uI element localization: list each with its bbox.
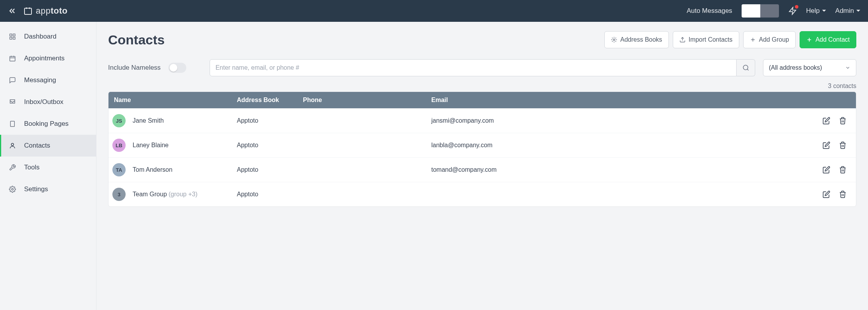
sidebar-item-tools[interactable]: Tools xyxy=(0,157,96,178)
svg-point-9 xyxy=(613,39,615,41)
address-book-filter[interactable]: (All address books) xyxy=(763,59,856,76)
contact-name: Team Group (group +3) xyxy=(133,191,198,198)
topbar-left: apptoto xyxy=(8,6,68,16)
delete-button[interactable] xyxy=(839,190,847,198)
auto-messages-label: Auto Messages xyxy=(687,7,732,15)
svg-rect-3 xyxy=(10,37,12,39)
sidebar-item-label: Settings xyxy=(24,185,48,193)
add-group-button[interactable]: Add Group xyxy=(743,31,796,48)
col-actions xyxy=(813,97,856,104)
sidebar-item-label: Messaging xyxy=(24,76,56,84)
svg-rect-6 xyxy=(10,121,15,127)
contact-email: tomand@company.com xyxy=(431,166,813,173)
admin-menu[interactable]: Admin xyxy=(835,7,860,15)
col-address-book[interactable]: Address Book xyxy=(237,97,303,104)
contact-name: Jane Smith xyxy=(133,117,164,124)
search-wrap xyxy=(210,59,755,76)
page-header: Contacts Address Books Import Contacts A… xyxy=(108,31,856,48)
edit-button[interactable] xyxy=(822,190,830,198)
sidebar-item-label: Appointments xyxy=(24,55,65,62)
contact-name: Laney Blaine xyxy=(133,142,169,149)
sidebar-item-messaging[interactable]: Messaging xyxy=(0,69,96,91)
chevron-down-icon xyxy=(845,65,850,70)
table-header: Name Address Book Phone Email xyxy=(108,92,856,108)
topbar: apptoto Auto Messages OFF Help Admin xyxy=(0,0,868,22)
help-menu[interactable]: Help xyxy=(806,7,826,15)
col-name[interactable]: Name xyxy=(108,97,237,104)
delete-button[interactable] xyxy=(839,141,847,149)
search-icon xyxy=(742,64,749,71)
plus-icon xyxy=(750,37,756,43)
import-contacts-button[interactable]: Import Contacts xyxy=(673,31,739,48)
notification-dot xyxy=(795,5,798,9)
mail-icon xyxy=(9,98,16,106)
header-actions: Address Books Import Contacts Add Group … xyxy=(604,31,856,48)
contact-book: Apptoto xyxy=(237,166,303,173)
gear-icon xyxy=(611,37,617,43)
contact-book: Apptoto xyxy=(237,191,303,198)
delete-button[interactable] xyxy=(839,117,847,125)
svg-rect-4 xyxy=(13,37,15,39)
table-row[interactable]: LB Laney Blaine Apptoto lanbla@company.c… xyxy=(108,133,856,157)
sidebar-item-settings[interactable]: Settings xyxy=(0,178,96,200)
contact-name: Tom Anderson xyxy=(133,166,172,173)
svg-point-8 xyxy=(12,188,14,190)
avatar: 3 xyxy=(112,188,126,201)
auto-messages-status-icon-button[interactable] xyxy=(788,7,797,15)
person-icon xyxy=(9,142,16,150)
contact-book: Apptoto xyxy=(237,142,303,149)
svg-rect-2 xyxy=(13,34,15,36)
sidebar-item-label: Contacts xyxy=(24,142,50,150)
avatar: LB xyxy=(112,139,126,152)
contact-email: lanbla@company.com xyxy=(431,142,813,149)
svg-rect-5 xyxy=(10,56,15,61)
plus-icon xyxy=(806,37,812,43)
search-input[interactable] xyxy=(210,59,737,76)
calendar-icon xyxy=(9,55,16,62)
filter-row: Include Nameless (All address books) xyxy=(108,59,856,76)
chat-icon xyxy=(9,76,16,84)
table-row[interactable]: JS Jane Smith Apptoto jansmi@company.com xyxy=(108,108,856,133)
sidebar: Dashboard Appointments Messaging Inbox/O… xyxy=(0,22,96,310)
table-row[interactable]: TA Tom Anderson Apptoto tomand@company.c… xyxy=(108,157,856,182)
collapse-sidebar-button[interactable] xyxy=(8,7,16,15)
svg-rect-0 xyxy=(24,8,32,14)
avatar: JS xyxy=(112,114,126,127)
add-contact-button[interactable]: Add Contact xyxy=(800,31,856,48)
contact-book: Apptoto xyxy=(237,117,303,124)
sidebar-item-appointments[interactable]: Appointments xyxy=(0,48,96,69)
col-phone[interactable]: Phone xyxy=(303,97,431,104)
avatar: TA xyxy=(112,163,126,176)
upload-icon xyxy=(679,37,686,43)
caret-down-icon xyxy=(822,9,826,13)
contact-email: jansmi@company.com xyxy=(431,117,813,124)
wrench-icon xyxy=(9,164,16,171)
logo[interactable]: apptoto xyxy=(23,6,68,16)
sidebar-item-label: Tools xyxy=(24,164,40,171)
sidebar-item-inbox[interactable]: Inbox/Outbox xyxy=(0,91,96,113)
table-row[interactable]: 3 Team Group (group +3) Apptoto xyxy=(108,182,856,206)
sidebar-item-booking-pages[interactable]: Booking Pages xyxy=(0,113,96,135)
delete-button[interactable] xyxy=(839,166,847,174)
edit-button[interactable] xyxy=(822,141,830,149)
contact-count: 3 contacts xyxy=(108,83,856,90)
caret-down-icon xyxy=(856,9,860,13)
col-email[interactable]: Email xyxy=(431,97,813,104)
gear-icon xyxy=(9,185,16,193)
edit-button[interactable] xyxy=(822,117,830,125)
sidebar-item-contacts[interactable]: Contacts xyxy=(0,135,96,157)
edit-button[interactable] xyxy=(822,166,830,174)
search-button[interactable] xyxy=(737,59,755,76)
contacts-table: Name Address Book Phone Email JS Jane Sm… xyxy=(108,92,856,207)
address-books-button[interactable]: Address Books xyxy=(604,31,669,48)
svg-point-10 xyxy=(743,65,748,70)
svg-point-7 xyxy=(11,143,14,146)
include-nameless-label: Include Nameless xyxy=(108,64,161,72)
sidebar-item-label: Dashboard xyxy=(24,33,56,41)
auto-messages-toggle[interactable]: OFF xyxy=(742,4,779,18)
topbar-right: Auto Messages OFF Help Admin xyxy=(687,4,860,18)
dashboard-icon xyxy=(9,33,16,41)
sidebar-item-dashboard[interactable]: Dashboard xyxy=(0,26,96,48)
sidebar-item-label: Inbox/Outbox xyxy=(24,98,63,106)
include-nameless-toggle[interactable] xyxy=(168,63,186,73)
